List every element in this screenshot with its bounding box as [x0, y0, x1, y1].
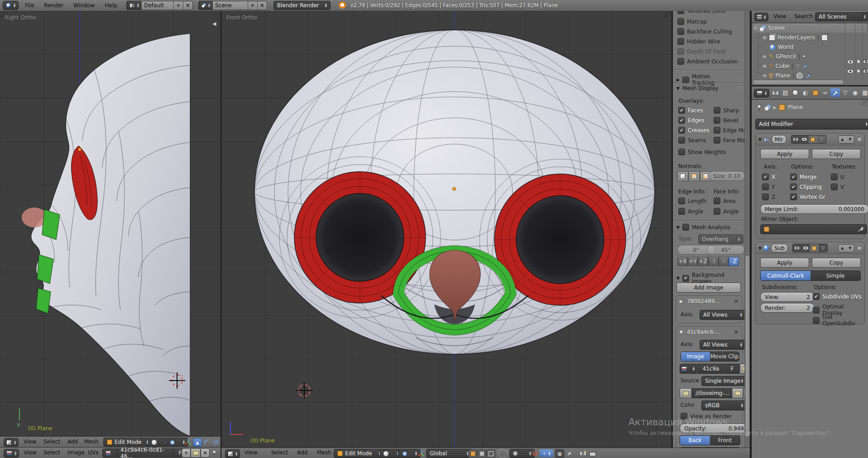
axis-plus-y-button[interactable]: +Y [688, 257, 698, 266]
hidden-wire-checkbox[interactable]: ✔Hidden Wire [677, 38, 720, 45]
modifier-wrench-icon[interactable] [802, 63, 808, 69]
menu-view[interactable]: View [22, 439, 38, 445]
normals-size-slider[interactable]: Size:0.10 [709, 171, 745, 181]
scene-selector[interactable]: Scene + ✕ [198, 1, 267, 10]
remove-image-icon[interactable]: ✕ [734, 329, 739, 335]
tab-object[interactable] [810, 88, 820, 97]
depth-of-field-checkbox[interactable]: ✔Depth Of Field [677, 48, 726, 55]
scene-name[interactable]: Scene [213, 1, 248, 10]
fake-user-button[interactable]: F [725, 364, 739, 374]
uv-editor-type-button[interactable] [4, 449, 19, 458]
scene-selector-icon[interactable] [199, 1, 213, 10]
outliner-h-scrollbar[interactable] [753, 80, 844, 85]
editor-type-button[interactable] [225, 449, 240, 458]
outliner-row-world[interactable]: World [770, 43, 793, 52]
front-tab[interactable]: Front [710, 436, 740, 445]
close-scene-button[interactable]: ✕ [258, 1, 267, 10]
uv-menu-view[interactable]: View [22, 449, 38, 456]
mesh-data-icon[interactable]: ▽ [796, 63, 799, 69]
cube-render-camera-icon[interactable] [863, 59, 868, 64]
uv-menu-uvs[interactable]: UVs [86, 449, 100, 456]
renderlayer-data-icon[interactable] [821, 34, 828, 41]
snap-magnet-icon[interactable]: Ω [531, 449, 539, 457]
texture-u-checkbox[interactable]: ✔U [831, 174, 844, 180]
expand-plus-icon[interactable]: ⊕ [762, 54, 767, 60]
loop-normals-icon[interactable] [689, 171, 700, 181]
object-breadcrumb-icon[interactable] [779, 104, 785, 111]
vertex-normals-icon[interactable] [677, 171, 688, 181]
render-toggle-icon[interactable] [791, 135, 800, 143]
cube-visibility-eye-icon[interactable] [847, 59, 854, 64]
mesh-display-panel-header[interactable]: ▼ Mesh Display:::: [676, 85, 743, 92]
merge-checkbox[interactable]: ✔Merge [790, 174, 816, 180]
bevel-checkbox[interactable]: ✔Bevel [714, 117, 738, 124]
subdivide-uvs-checkbox[interactable]: ✔Subdivide UVs [813, 293, 861, 300]
viewport-toggle-icon[interactable] [800, 135, 809, 143]
use-opensubdiv-checkbox[interactable]: ✔Use OpenSubdiv [813, 314, 864, 327]
menu-render[interactable]: Render [42, 2, 65, 9]
manipulator-axes-icon[interactable] [184, 438, 192, 446]
editor-type-button[interactable] [4, 438, 19, 447]
scrollbar-track[interactable] [744, 11, 750, 448]
mirror-z-checkbox[interactable]: ✔Z [762, 193, 775, 200]
cube-selectability-cursor-icon[interactable] [857, 58, 862, 65]
move-down-icon[interactable]: ▼ [846, 136, 854, 143]
layer-cube-icon-1[interactable] [468, 449, 477, 458]
modifier-wrench-icon[interactable] [805, 73, 811, 79]
modifier-name-field[interactable]: Sub [771, 244, 788, 252]
uv-menu-image[interactable]: Image [66, 449, 86, 456]
menu-window[interactable]: Window [72, 2, 96, 9]
menu-select[interactable]: Select [42, 439, 62, 445]
mesh-analysis-panel-header[interactable]: ▼ ✔ Mesh Analysis:::: [676, 224, 743, 231]
plane-selectability-cursor-icon[interactable] [857, 68, 862, 74]
mirror-y-checkbox[interactable]: ✔Y [762, 183, 775, 190]
ambient-occlusion-checkbox[interactable]: ✔Ambient Occlusion [677, 58, 738, 65]
color-space-dropdown[interactable]: sRGB [701, 400, 747, 410]
collapse-arrow-icon[interactable]: ▼ [680, 330, 683, 334]
eyedropper-icon[interactable] [858, 227, 863, 232]
expand-plus-icon[interactable]: ⊕ [762, 35, 767, 41]
simple-tab[interactable]: Simple [810, 271, 860, 280]
move-up-icon[interactable]: ▲ [839, 245, 846, 252]
close-layout-button[interactable]: ✕ [183, 1, 192, 10]
outliner-row-plane[interactable]: ⊕ ▽ Plane | ▽ [762, 71, 811, 80]
expand-plus-icon[interactable]: ⊕ [762, 73, 767, 79]
outliner-row-cube[interactable]: ⊕ ▽ Cube | ▽ [762, 62, 808, 71]
properties-editor-type-button[interactable] [754, 89, 769, 97]
background-image-2-name[interactable]: 41c9a4c6-... [687, 329, 721, 335]
cage-toggle-icon[interactable]: ▽ [819, 244, 827, 252]
manipulator-axes-icon[interactable] [417, 449, 425, 457]
viewport-right-ortho[interactable]: Right Ortho ◀ y (0) Plane [0, 11, 221, 436]
copy-button[interactable]: Copy [812, 258, 861, 268]
copy-button[interactable]: Copy [812, 149, 861, 159]
edge-angle-checkbox[interactable]: ✔Angle [678, 208, 703, 215]
tab-modifiers[interactable] [830, 88, 840, 97]
move-up-icon[interactable]: ▲ [839, 136, 846, 143]
delete-modifier-icon[interactable]: ✕ [857, 245, 862, 251]
uv-menu-select[interactable]: Select [42, 449, 62, 456]
cage-toggle-icon[interactable]: ▽ [817, 135, 826, 143]
image-name-field[interactable]: 41c9a4c6-0cd1-46... [117, 448, 179, 458]
tab-render-layers[interactable]: ▤ [781, 88, 790, 97]
edge-length-checkbox[interactable]: ✔Length [678, 198, 706, 204]
outliner-editor-type-button[interactable] [754, 13, 768, 21]
analysis-max-slider[interactable]: 45° [707, 245, 744, 255]
new-image-button[interactable]: + [182, 448, 191, 458]
pin-icon[interactable] [211, 449, 218, 457]
collapse-minus-icon[interactable]: ⊖ [753, 25, 758, 31]
area-corner-grip[interactable] [664, 12, 671, 18]
filepath-field[interactable]: //iloveimg-... [692, 388, 732, 398]
faces-checkbox[interactable]: ✔Faces [678, 107, 703, 114]
tab-texture[interactable]: ▦ [860, 88, 868, 97]
add-scene-button[interactable]: + [248, 1, 258, 10]
screen-layout-icon[interactable] [127, 1, 142, 10]
axis-dropdown[interactable]: All Views [700, 310, 746, 320]
mirror-x-checkbox[interactable]: ✔X [762, 174, 775, 180]
menu-help[interactable]: Help [103, 2, 119, 9]
transform-orientation-dropdown[interactable]: Global [426, 449, 472, 458]
remove-image-icon[interactable]: ✕ [734, 298, 739, 304]
analysis-type-dropdown[interactable]: Overhang [698, 234, 743, 244]
tab-constraints[interactable]: ∞ [820, 88, 830, 97]
catmull-clark-tab[interactable]: Catmull-Clark [761, 271, 810, 280]
axis-dropdown[interactable]: All Views [700, 340, 746, 350]
